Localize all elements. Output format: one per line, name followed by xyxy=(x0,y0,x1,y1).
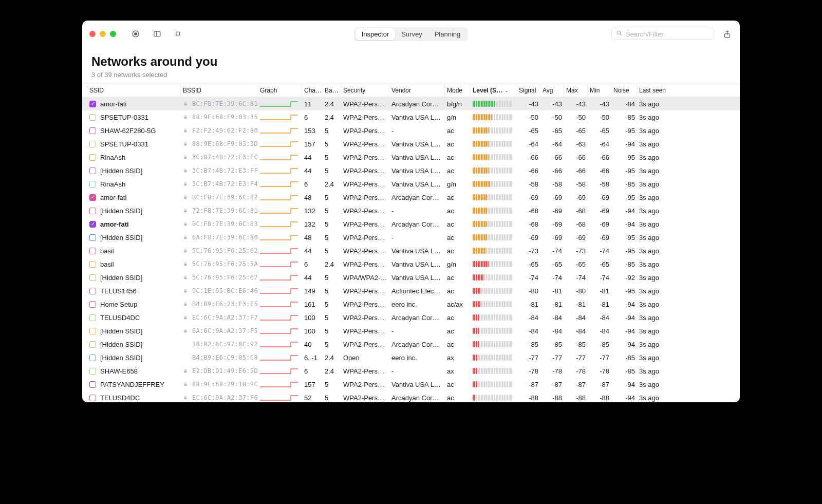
lock-icon xyxy=(183,141,190,146)
search-field[interactable] xyxy=(611,28,714,40)
table-row[interactable]: [Hidden SSID]6A:6C:9A:A2:37:F51005WPA2-P… xyxy=(82,324,740,338)
table-row[interactable]: TELUS14569C:1E:95:BC:E6:461495WPA2-Perso… xyxy=(82,284,740,297)
security-label: WPA2-Perso… xyxy=(341,180,389,188)
table-row[interactable]: ✓amor-fatiBC:F8:7E:39:6C:81112.4WPA2-Per… xyxy=(82,97,740,110)
col-max[interactable]: Max xyxy=(564,84,588,97)
table-row[interactable]: SPSETUP-033188:9E:68:F9:03:3D1575WPA2-Pe… xyxy=(82,137,740,151)
lastseen-label: 3s ago xyxy=(637,194,679,201)
tab-survey[interactable]: Survey xyxy=(395,28,428,40)
table-row[interactable]: [Hidden SSID]B4:B9:E6:C9:85:C86, -12.4Op… xyxy=(82,351,740,364)
network-checkbox[interactable] xyxy=(89,368,96,375)
search-input[interactable] xyxy=(626,30,712,38)
band-label: 5 xyxy=(323,341,341,348)
table-row[interactable]: Home SetupB4:B9:E6:23:F3:E51615WPA2-Pers… xyxy=(82,297,740,311)
level-bars xyxy=(471,368,517,374)
mode-label: ac xyxy=(445,327,471,335)
network-checkbox[interactable]: ✓ xyxy=(89,194,96,201)
mode-label: ac xyxy=(445,274,471,282)
page-title: Networks around you xyxy=(91,54,731,69)
network-checkbox[interactable] xyxy=(89,301,96,308)
network-checkbox[interactable] xyxy=(89,234,96,241)
marker-icon[interactable] xyxy=(172,28,186,40)
table-row[interactable]: SHAW-E658E2:DB:D1:49:E6:5D62.4WPA2-Perso… xyxy=(82,364,740,378)
network-checkbox[interactable] xyxy=(89,141,96,147)
table-row[interactable]: [Hidden SSID]3C:B7:4B:72:E3:FF445WPA2-Pe… xyxy=(82,164,740,177)
level-bars xyxy=(471,341,517,347)
table-row[interactable]: PATSYANDJEFFREY88:9E:68:29:1B:9C1575WPA2… xyxy=(82,378,740,391)
sort-descending-icon: ⌄ xyxy=(505,88,509,93)
table-row[interactable]: ✓amor-fatiBC:F8:7E:39:6C:831325WPA2-Pers… xyxy=(82,217,740,231)
table-row[interactable]: [Hidden SSID]72:F8:7E:39:6C:811325WPA2-P… xyxy=(82,204,740,217)
network-checkbox[interactable] xyxy=(89,208,96,214)
tab-planning[interactable]: Planning xyxy=(428,28,467,40)
band-label: 5 xyxy=(323,127,341,135)
signal-sparkline xyxy=(260,220,298,228)
lastseen-label: 3s ago xyxy=(637,127,679,135)
col-vendor[interactable]: Vendor xyxy=(389,84,445,97)
col-bssid[interactable]: BSSID xyxy=(181,84,258,97)
col-avg[interactable]: Avg xyxy=(540,84,564,97)
table-row[interactable]: [Hidden SSID]6A:F8:7E:39:6C:80485WPA2-Pe… xyxy=(82,231,740,244)
col-mode[interactable]: Mode xyxy=(445,84,471,97)
col-level[interactable]: Level (S…⌄ xyxy=(471,84,517,97)
security-label: WPA2-Perso… xyxy=(341,314,389,322)
tab-inspector[interactable]: Inspector xyxy=(356,28,395,40)
col-signal[interactable]: Signal xyxy=(517,84,540,97)
network-checkbox[interactable] xyxy=(89,261,96,268)
col-min[interactable]: Min xyxy=(588,84,611,97)
network-checkbox[interactable] xyxy=(89,167,96,174)
network-checkbox[interactable] xyxy=(89,381,96,388)
signal-label: -65 xyxy=(517,260,540,268)
network-checkbox[interactable]: ✓ xyxy=(89,221,96,228)
table-row[interactable]: basil5C:76:95:F6:25:5A62.4WPA2-Perso…Van… xyxy=(82,257,740,271)
min-label: -84 xyxy=(588,314,611,322)
network-checkbox[interactable] xyxy=(89,181,96,188)
bssid-label: 5C:76:95:F6:25:5A xyxy=(192,260,258,268)
table-row[interactable]: [Hidden SSID]5C:76:95:F6:25:67445WPA/WPA… xyxy=(82,271,740,284)
minimize-button[interactable] xyxy=(100,31,106,37)
network-checkbox[interactable] xyxy=(89,288,96,294)
max-label: -69 xyxy=(564,234,588,241)
network-checkbox[interactable] xyxy=(89,274,96,281)
close-button[interactable] xyxy=(89,31,96,37)
channel-label: 153 xyxy=(302,127,323,135)
share-button[interactable] xyxy=(721,30,733,39)
col-security[interactable]: Security xyxy=(341,84,389,97)
table-row[interactable]: TELUSD4DCEC:6C:9A:A2:37:F6525WPA2-Perso…… xyxy=(82,391,740,402)
network-checkbox[interactable]: ✓ xyxy=(89,101,96,107)
level-bars xyxy=(471,167,517,174)
svg-rect-13 xyxy=(184,184,187,186)
band-label: 5 xyxy=(323,234,341,241)
col-band[interactable]: Ba… xyxy=(323,84,341,97)
record-icon[interactable] xyxy=(128,28,143,40)
table-row[interactable]: ✓amor-fatiBC:F8:7E:39:6C:82485WPA2-Perso… xyxy=(82,191,740,204)
sidebar-toggle-icon[interactable] xyxy=(150,28,164,40)
network-checkbox[interactable] xyxy=(89,354,96,361)
table-row[interactable]: TELUSD4DCEC:6C:9A:A2:37:F71005WPA2-Perso… xyxy=(82,311,740,324)
network-checkbox[interactable] xyxy=(89,127,96,134)
network-checkbox[interactable] xyxy=(89,248,96,254)
table-row[interactable]: [Hidden SSID]18:82:8C:97:8C:92405WPA2-Pe… xyxy=(82,338,740,351)
network-checkbox[interactable] xyxy=(89,314,96,321)
col-noise[interactable]: Noise xyxy=(611,84,637,97)
col-channel[interactable]: Cha… xyxy=(302,84,323,97)
col-lastseen[interactable]: Last seen xyxy=(637,84,679,97)
network-checkbox[interactable] xyxy=(89,341,96,348)
table-row[interactable]: RinaAsh3C:B7:4B:72:E3:F462.4WPA2-Perso…V… xyxy=(82,177,740,191)
col-ssid[interactable]: SSID xyxy=(87,84,181,97)
lastseen-label: 3s ago xyxy=(637,314,679,322)
noise-label: -94 xyxy=(611,220,637,228)
table-row[interactable]: SHAW-62F280-5GF2:F2:49:62:F2:801535WPA2-… xyxy=(82,124,740,137)
network-checkbox[interactable] xyxy=(89,395,96,401)
network-checkbox[interactable] xyxy=(89,154,96,161)
lock-icon xyxy=(183,181,190,186)
table-row[interactable]: RinaAsh3C:B7:4B:72:E3:FC445WPA2-Perso…Va… xyxy=(82,151,740,164)
table-row[interactable]: SPSETUP-033188:9E:68:F9:03:3562.4WPA2-Pe… xyxy=(82,110,740,124)
fullscreen-button[interactable] xyxy=(110,31,116,37)
network-checkbox[interactable] xyxy=(89,328,96,334)
table-row[interactable]: basil5C:76:95:F6:25:62445WPA2-Perso…Vant… xyxy=(82,244,740,257)
channel-label: 100 xyxy=(302,314,323,322)
network-checkbox[interactable] xyxy=(89,114,96,121)
col-graph[interactable]: Graph xyxy=(258,84,302,97)
ssid-label: basil xyxy=(100,247,114,255)
